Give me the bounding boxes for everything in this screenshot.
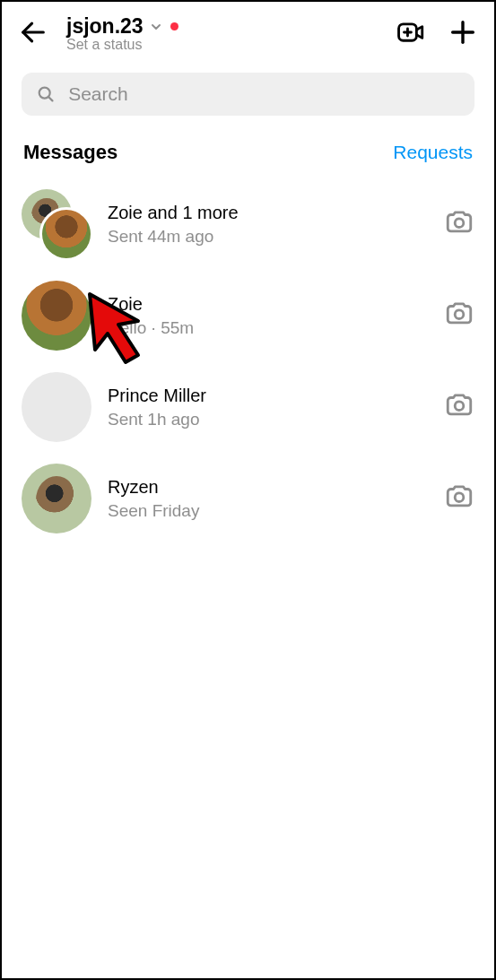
conversation-subtitle: Seen Friday: [108, 499, 428, 523]
conversation-row[interactable]: Prince Miller Sent 1h ago: [2, 361, 494, 453]
conversation-row[interactable]: Ryzen Seen Friday: [2, 453, 494, 544]
account-switcher[interactable]: jsjon.23 Set a status: [63, 14, 374, 53]
back-arrow-icon: [18, 17, 48, 48]
conversation-subtitle: Sent 1h ago: [108, 408, 428, 431]
conversation-info: Prince Miller Sent 1h ago: [108, 384, 428, 431]
requests-link[interactable]: Requests: [393, 142, 473, 163]
conversation-subtitle: Hello · 55m: [108, 317, 428, 340]
video-plus-icon: [396, 17, 426, 48]
back-button[interactable]: [18, 17, 48, 51]
search-container: [2, 62, 494, 121]
conversation-name: Ryzen: [108, 475, 428, 499]
svg-point-9: [455, 310, 464, 319]
conversation-name: Prince Miller: [108, 384, 428, 408]
svg-point-11: [455, 493, 464, 502]
chevron-down-icon: [149, 20, 163, 34]
group-avatar: [22, 189, 91, 259]
camera-icon: [444, 207, 474, 238]
section-header: Messages Requests: [2, 121, 494, 173]
messages-title: Messages: [23, 141, 117, 164]
status-text: Set a status: [66, 37, 374, 53]
camera-button[interactable]: [444, 390, 474, 424]
avatar: [22, 464, 91, 533]
conversation-list: Zoie and 1 more Sent 44m ago Zoie Hello …: [2, 173, 494, 550]
username-label: jsjon.23: [66, 14, 144, 39]
notification-dot: [170, 22, 178, 30]
search-input[interactable]: [68, 83, 460, 105]
conversation-row[interactable]: Zoie Hello · 55m: [2, 270, 494, 361]
svg-point-10: [455, 402, 464, 411]
conversation-info: Zoie and 1 more Sent 44m ago: [108, 201, 428, 248]
svg-line-7: [48, 97, 52, 100]
conversation-name: Zoie: [108, 292, 428, 317]
conversation-name: Zoie and 1 more: [108, 201, 428, 225]
plus-icon: [448, 17, 478, 48]
camera-icon: [444, 481, 474, 512]
conversation-row[interactable]: Zoie and 1 more Sent 44m ago: [2, 178, 494, 270]
camera-button[interactable]: [444, 481, 474, 516]
search-icon: [36, 83, 56, 105]
new-message-button[interactable]: [448, 17, 478, 51]
avatar: [22, 372, 91, 442]
camera-icon: [444, 299, 474, 329]
conversation-info: Ryzen Seen Friday: [108, 475, 428, 523]
conversation-info: Zoie Hello · 55m: [108, 292, 428, 340]
svg-point-8: [455, 219, 464, 228]
camera-icon: [444, 390, 474, 421]
header-bar: jsjon.23 Set a status: [2, 2, 494, 62]
avatar: [22, 281, 91, 351]
camera-button[interactable]: [444, 207, 474, 241]
search-box[interactable]: [22, 73, 474, 116]
camera-button[interactable]: [444, 299, 474, 333]
conversation-subtitle: Sent 44m ago: [108, 225, 428, 248]
new-video-call-button[interactable]: [396, 17, 426, 51]
